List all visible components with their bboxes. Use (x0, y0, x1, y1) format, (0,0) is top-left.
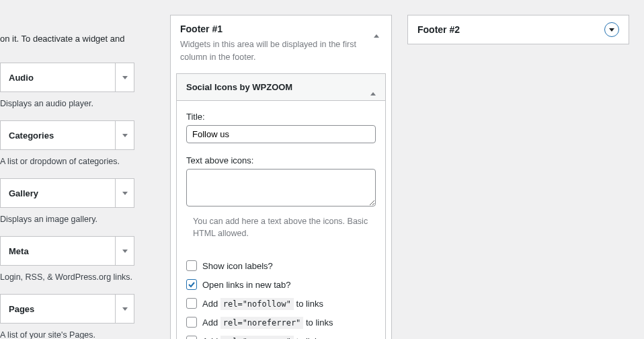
expand-icon[interactable] (115, 237, 134, 265)
widget-title: Pages (9, 304, 34, 314)
expand-icon[interactable] (115, 63, 134, 91)
sidebar-footer-1: Footer #1 Widgets in this area will be d… (170, 15, 392, 339)
widget-desc: Login, RSS, & WordPress.org links. (0, 266, 134, 294)
sidebar-description: Widgets in this area will be displayed i… (171, 38, 391, 73)
nofollow-label: Add rel="nofollow" to links (202, 299, 323, 309)
title-label: Title: (186, 112, 376, 122)
widget-desc: A list or dropdown of categories. (0, 150, 134, 178)
sidebar-title: Footer #2 (417, 24, 460, 35)
show-labels-label: Show icon labels? (202, 261, 273, 271)
widget-title: Meta (9, 246, 29, 256)
sidebar-footer-2[interactable]: Footer #2 (407, 15, 629, 44)
available-widget-meta[interactable]: Meta (0, 236, 134, 266)
expand-icon[interactable] (115, 121, 134, 149)
sidebar-title: Footer #1 (180, 24, 223, 34)
show-labels-checkbox[interactable] (186, 260, 197, 271)
expand-icon[interactable] (115, 295, 134, 323)
available-widget-gallery[interactable]: Gallery (0, 178, 134, 208)
new-tab-checkbox[interactable] (186, 279, 197, 290)
widget-header[interactable]: Social Icons by WPZOOM (177, 74, 385, 101)
noopener-label: Add rel="noopener" to links (202, 336, 323, 340)
noreferrer-checkbox[interactable] (186, 317, 197, 328)
available-widget-categories[interactable]: Categories (0, 120, 134, 150)
widget-desc: Displays an image gallery. (0, 208, 134, 236)
collapse-icon[interactable] (374, 24, 379, 34)
new-tab-label: Open links in new tab? (202, 280, 291, 290)
available-widget-audio[interactable]: Audio (0, 63, 134, 92)
text-above-textarea[interactable] (186, 169, 376, 206)
expand-toggle-icon[interactable] (604, 22, 619, 37)
widget-social-icons: Social Icons by WPZOOM Title: Text above… (176, 73, 386, 340)
nofollow-checkbox[interactable] (186, 298, 197, 309)
widget-desc: Displays an audio player. (0, 92, 134, 120)
help-text: on it. To deactivate a widget and (0, 34, 134, 63)
widget-name: Social Icons by WPZOOM (186, 82, 292, 92)
noreferrer-label: Add rel="noreferrer" to links (202, 317, 333, 328)
title-input[interactable] (186, 125, 376, 143)
widget-desc: A list of your site's Pages. (0, 324, 134, 339)
expand-icon[interactable] (115, 179, 134, 207)
widget-title: Audio (9, 73, 34, 83)
widget-title: Categories (9, 130, 54, 141)
collapse-icon[interactable] (370, 82, 376, 92)
noopener-checkbox[interactable] (186, 336, 197, 339)
available-widget-pages[interactable]: Pages (0, 294, 134, 324)
text-above-help: You can add here a text above the icons.… (186, 209, 376, 246)
widget-title: Gallery (9, 188, 38, 198)
text-above-label: Text above icons: (186, 155, 376, 165)
